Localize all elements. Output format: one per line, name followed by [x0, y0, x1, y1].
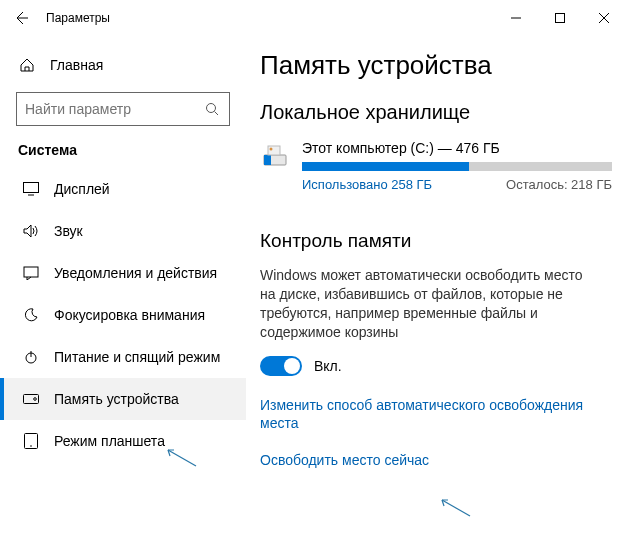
svg-rect-16	[264, 155, 271, 165]
page-title: Память устройства	[260, 50, 612, 81]
back-button[interactable]	[12, 8, 32, 28]
sidebar-item-label: Память устройства	[54, 391, 179, 407]
sidebar-item-tablet[interactable]: Режим планшета	[0, 420, 246, 462]
drive-name: Этот компьютер (C:) — 476 ГБ	[302, 140, 612, 156]
window-title: Параметры	[46, 11, 110, 25]
storage-sense-toggle[interactable]	[260, 356, 302, 376]
svg-point-12	[34, 398, 37, 401]
minimize-button[interactable]	[494, 0, 538, 36]
sidebar-item-notifications[interactable]: Уведомления и действия	[0, 252, 246, 294]
svg-line-5	[215, 112, 219, 116]
svg-rect-8	[24, 267, 38, 277]
svg-rect-17	[268, 146, 280, 155]
sidebar-home-label: Главная	[50, 57, 103, 73]
sound-icon	[22, 222, 40, 240]
home-icon	[18, 56, 36, 74]
search-icon	[203, 100, 221, 118]
drive-used-link[interactable]: Использовано 258 ГБ	[302, 177, 432, 192]
search-input[interactable]	[25, 101, 203, 117]
storage-icon	[22, 390, 40, 408]
storage-sense-description: Windows может автоматически освободить м…	[260, 266, 600, 342]
sidebar-item-label: Уведомления и действия	[54, 265, 217, 281]
link-free-space-now[interactable]: Освободить место сейчас	[260, 451, 600, 470]
svg-rect-6	[24, 183, 39, 193]
svg-point-18	[270, 148, 273, 151]
local-storage-heading: Локальное хранилище	[260, 101, 612, 124]
sidebar-item-display[interactable]: Дисплей	[0, 168, 246, 210]
power-icon	[22, 348, 40, 366]
svg-point-4	[207, 104, 216, 113]
svg-rect-1	[556, 14, 565, 23]
display-icon	[22, 180, 40, 198]
moon-icon	[22, 306, 40, 324]
notifications-icon	[22, 264, 40, 282]
drive-row[interactable]: Этот компьютер (C:) — 476 ГБ Использован…	[260, 140, 612, 192]
tablet-icon	[22, 432, 40, 450]
sidebar: Главная Система Дисплей Звук Уведомления…	[0, 36, 246, 488]
drive-remaining: Осталось: 218 ГБ	[506, 177, 612, 192]
sidebar-item-label: Звук	[54, 223, 83, 239]
svg-point-14	[30, 445, 32, 447]
sidebar-item-label: Дисплей	[54, 181, 110, 197]
sidebar-item-label: Фокусировка внимания	[54, 307, 205, 323]
maximize-button[interactable]	[538, 0, 582, 36]
main-content: Память устройства Локальное хранилище Эт…	[246, 36, 626, 488]
sidebar-item-label: Режим планшета	[54, 433, 165, 449]
link-configure-storage-sense[interactable]: Изменить способ автоматического освобожд…	[260, 396, 600, 434]
sidebar-home[interactable]: Главная	[0, 48, 246, 82]
sidebar-item-storage[interactable]: Память устройства	[0, 378, 246, 420]
svg-line-20	[442, 500, 470, 516]
toggle-label: Вкл.	[314, 358, 342, 374]
sidebar-item-label: Питание и спящий режим	[54, 349, 220, 365]
sidebar-item-sound[interactable]: Звук	[0, 210, 246, 252]
storage-sense-heading: Контроль памяти	[260, 230, 612, 252]
close-button[interactable]	[582, 0, 626, 36]
drive-icon	[260, 140, 290, 170]
search-input-wrap[interactable]	[16, 92, 230, 126]
sidebar-item-power[interactable]: Питание и спящий режим	[0, 336, 246, 378]
drive-usage-bar	[302, 162, 612, 171]
sidebar-item-focus[interactable]: Фокусировка внимания	[0, 294, 246, 336]
sidebar-group-title: Система	[0, 140, 246, 168]
